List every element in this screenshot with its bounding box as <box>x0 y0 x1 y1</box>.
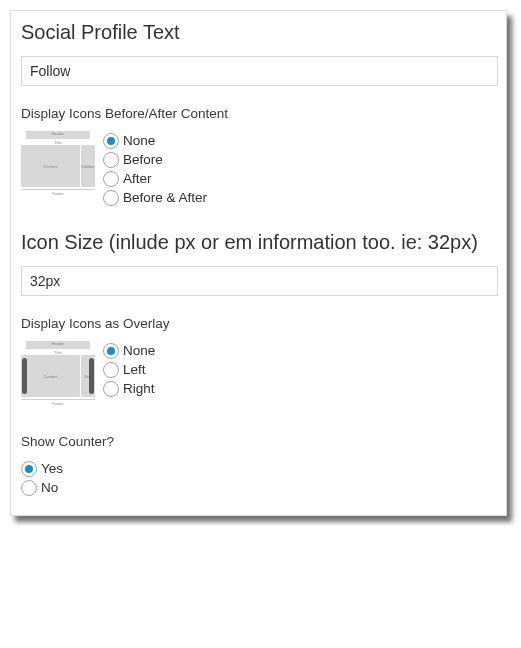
overlay-slider-right <box>89 358 94 394</box>
radio-row[interactable]: Yes <box>21 459 496 478</box>
thumb-title: Title <box>21 350 95 354</box>
radio-row[interactable]: Before & After <box>103 188 207 207</box>
radio-label: Yes <box>41 461 63 476</box>
display-icons-label: Display Icons Before/After Content <box>11 86 506 131</box>
overlay-radios: None Left Right <box>103 341 155 398</box>
radio-row[interactable]: No <box>21 478 496 497</box>
display-icons-radios: None Before After Before & After <box>103 131 207 207</box>
radio-label: No <box>41 480 58 495</box>
radio-row[interactable]: After <box>103 169 207 188</box>
radio-row[interactable]: Before <box>103 150 207 169</box>
counter-label: Show Counter? <box>11 414 506 459</box>
icon-size-title: Icon Size (inlude px or em information t… <box>11 215 506 264</box>
radio-label: Left <box>123 362 146 377</box>
overlay-label: Display Icons as Overlay <box>11 296 506 341</box>
radio-row[interactable]: None <box>103 341 155 360</box>
radio-label: None <box>123 133 155 148</box>
icon-size-input[interactable] <box>21 266 498 296</box>
thumb-footer: Footer <box>21 191 95 196</box>
radio-before[interactable] <box>103 152 119 168</box>
thumb-header: Header <box>26 131 90 139</box>
radio-overlay-right[interactable] <box>103 381 119 397</box>
thumb-title: Title <box>21 140 95 144</box>
radio-label: None <box>123 343 155 358</box>
layout-thumbnail-overlay: Header Title Content Side Footer <box>21 341 95 406</box>
radio-row[interactable]: Left <box>103 360 155 379</box>
thumb-content: Content <box>21 355 80 397</box>
settings-panel: Social Profile Text Display Icons Before… <box>10 10 507 516</box>
layout-thumbnail: Header Title Content Sidebar Footer <box>21 131 95 196</box>
thumb-content: Content <box>21 145 80 187</box>
thumb-sidebar: Sidebar <box>81 145 95 187</box>
overlay-block: Header Title Content Side Footer None Le… <box>11 341 506 414</box>
radio-row[interactable]: None <box>103 131 207 150</box>
radio-counter-yes[interactable] <box>21 461 37 477</box>
radio-label: After <box>123 171 152 186</box>
thumb-footer: Footer <box>21 401 95 406</box>
radio-counter-no[interactable] <box>21 480 37 496</box>
counter-radios: Yes No <box>11 459 506 497</box>
social-profile-title: Social Profile Text <box>11 11 506 54</box>
overlay-slider-left <box>22 358 27 394</box>
radio-overlay-none[interactable] <box>103 343 119 359</box>
radio-row[interactable]: Right <box>103 379 155 398</box>
thumb-header: Header <box>26 341 90 349</box>
radio-label: Before <box>123 152 163 167</box>
radio-before-after[interactable] <box>103 190 119 206</box>
display-icons-block: Header Title Content Sidebar Footer None… <box>11 131 506 215</box>
radio-label: Right <box>123 381 155 396</box>
radio-label: Before & After <box>123 190 207 205</box>
radio-none[interactable] <box>103 133 119 149</box>
social-profile-input[interactable] <box>21 56 498 86</box>
radio-overlay-left[interactable] <box>103 362 119 378</box>
radio-after[interactable] <box>103 171 119 187</box>
